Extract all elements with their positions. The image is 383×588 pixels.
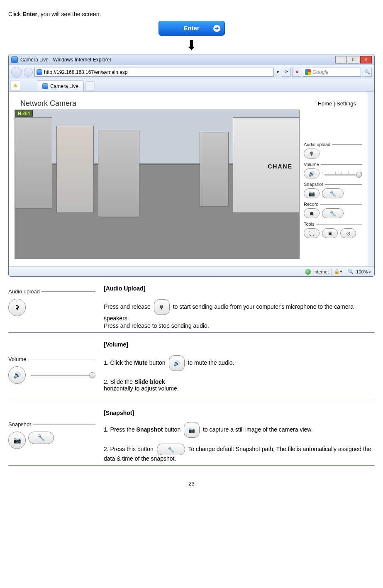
section-title: [Audio Upload] [104, 285, 375, 292]
section-volume: Volume 🔊 [Volume] 1. Click the Mute butt… [8, 341, 375, 401]
camera-icon: 📷 [184, 422, 200, 438]
url-dropdown-icon[interactable]: ▾ [276, 70, 280, 74]
browser-statusbar: Internet 🔓▾ 🔍 100% [9, 266, 374, 276]
ie-icon [37, 69, 42, 75]
arrow-down-icon: ⬇ [8, 37, 375, 53]
mic-button[interactable]: 🎙 [304, 149, 320, 159]
section-text: 2. Slide the Slide block [104, 378, 375, 385]
audio-upload-label: Audio upload [8, 288, 40, 295]
snapshot-label: Snapshot [304, 182, 323, 187]
tab-label: Camera Live [50, 83, 78, 89]
protected-mode-icon[interactable]: 🔓▾ [334, 269, 342, 274]
window-titlebar: Camera Live - Windows Internet Explorer … [9, 54, 374, 65]
browser-tab[interactable]: Camera Live [37, 81, 84, 91]
close-button[interactable]: ✕ [360, 56, 372, 63]
record-label: Record [304, 202, 318, 207]
nav-home[interactable]: Home [318, 100, 332, 107]
maximize-button[interactable]: ☐ [348, 56, 359, 63]
search-placeholder: Google [312, 69, 329, 75]
fullscreen-button[interactable]: ⛶ [304, 228, 320, 238]
back-button[interactable] [11, 67, 22, 78]
arrow-right-icon: ➔ [213, 25, 220, 32]
address-bar[interactable]: http://192.168.168.167/en/avmain.asp [34, 68, 274, 77]
page-content: Network Camera Home | Settings H.264 CHA… [9, 92, 368, 266]
minimize-button[interactable]: — [335, 56, 347, 63]
favorites-button[interactable]: ★ [10, 81, 20, 90]
section-title: [Volume] [104, 341, 375, 348]
controls-panel: Audio upload 🎙 Volume 🔊 Snapshot 📷 � [304, 110, 362, 259]
page-number: 23 [8, 481, 375, 487]
globe-icon [305, 269, 311, 275]
window-title: Camera Live - Windows Internet Explorer [20, 57, 111, 63]
refresh-button[interactable]: ⟳ [282, 68, 291, 77]
ie-icon [42, 83, 48, 89]
section-text: Press and release to stop sending audio. [104, 322, 375, 329]
volume-label: Volume [8, 356, 26, 362]
scrollbar[interactable] [368, 92, 374, 266]
forward-button[interactable] [24, 68, 33, 77]
record-settings-button[interactable]: 🔧 [322, 208, 344, 218]
center-button[interactable]: ⊙ [340, 228, 356, 238]
section-snapshot: Snapshot 📷 🔧 [Snapshot] 1. Press the Sna… [8, 410, 375, 466]
browser-tabbar: ★ Camera Live [9, 79, 374, 92]
search-button[interactable]: 🔍 [363, 68, 372, 77]
volume-label: Volume [304, 162, 319, 167]
section-text: 2. Press this button 🔧 To change default… [104, 444, 375, 462]
search-box[interactable]: Google [303, 68, 361, 77]
fit-button[interactable]: ▣ [322, 228, 338, 238]
section-text: 1. Press the Snapshot button 📷 to captur… [104, 422, 375, 438]
snapshot-label: Snapshot [8, 421, 31, 427]
enter-button[interactable]: Enter ➔ [159, 21, 225, 36]
page-title: Network Camera [20, 99, 76, 108]
section-audio-upload: Audio upload 🎙 [Audio Upload] Press and … [8, 285, 375, 333]
mute-button[interactable]: 🔊 [304, 168, 320, 178]
section-text: Press and release 🎙 to start sending aud… [104, 299, 375, 322]
zoom-level[interactable]: 100% [356, 269, 371, 274]
codec-badge: H.264 [15, 110, 33, 117]
wrench-icon: 🔧 [157, 444, 185, 455]
ie-icon [11, 56, 18, 63]
mic-icon: 🎙 [8, 299, 26, 316]
brand-sign: CHANE [268, 163, 293, 170]
section-title: [Snapshot] [104, 410, 375, 416]
zoom-icon: 🔍 [348, 269, 354, 274]
intro-text: Click Enter, you will see the screen. [8, 11, 375, 17]
google-icon [305, 69, 311, 75]
snapshot-button[interactable]: 📷 [304, 188, 320, 198]
speaker-icon: 🔊 [8, 366, 26, 384]
section-text: 1. Click the Mute button 🔊 to mute the a… [104, 355, 375, 371]
speaker-icon: 🔊 [169, 355, 185, 371]
stop-button[interactable]: ✕ [292, 68, 301, 77]
volume-slider[interactable] [322, 168, 362, 178]
zone-label: Internet [313, 269, 329, 274]
mic-icon: 🎙 [154, 299, 170, 315]
browser-navbar: http://192.168.168.167/en/avmain.asp ▾ ⟳… [9, 65, 374, 79]
tools-label: Tools [304, 222, 315, 227]
camera-icon: 📷 [8, 432, 26, 449]
nav-settings[interactable]: Settings [337, 100, 356, 107]
browser-window: Camera Live - Windows Internet Explorer … [8, 54, 375, 277]
page-nav: Home | Settings [318, 100, 356, 107]
video-view: H.264 CHANE [15, 110, 300, 259]
wrench-icon: 🔧 [28, 432, 54, 444]
audio-upload-label: Audio upload [304, 142, 330, 147]
record-button[interactable]: ⏺ [304, 208, 320, 218]
new-tab-button[interactable] [85, 81, 95, 90]
url-text: http://192.168.168.167/en/avmain.asp [44, 69, 128, 75]
snapshot-settings-button[interactable]: 🔧 [322, 188, 344, 198]
